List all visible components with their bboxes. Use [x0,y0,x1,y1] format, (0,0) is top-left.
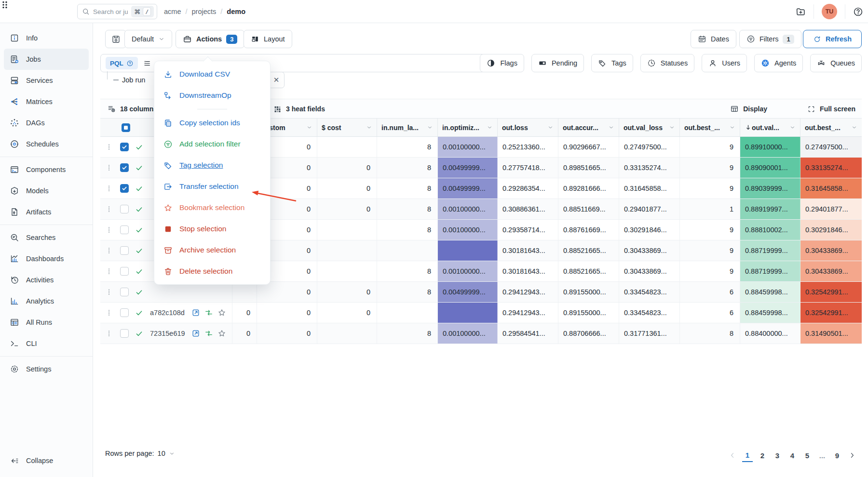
menu-item-bookmark-selection[interactable]: Bookmark selection [154,197,270,218]
page-button-5[interactable]: 5 [802,449,813,462]
select-all-checkbox[interactable] [122,123,130,132]
column-menu-icon[interactable] [487,124,493,131]
menu-item-downstreamop[interactable]: DownstreamOp [154,85,270,106]
sidebar-item-services[interactable]: Services [4,70,89,91]
menu-item-stop-selection[interactable]: Stop selection [154,218,270,239]
actions-button[interactable]: Actions 3 [176,30,244,48]
sidebar-item-dashboards[interactable]: Dashboards [4,248,89,269]
rows-per-page[interactable]: Rows per page: 10 [105,450,175,457]
column-menu-icon[interactable] [547,124,554,131]
sidebar-item-analytics[interactable]: Analytics [4,291,89,312]
drag-handle-icon[interactable] [105,247,113,254]
breadcrumb-org[interactable]: acme [164,8,181,15]
search-input[interactable] [93,8,128,15]
sidebar-item-activities[interactable]: Activities [4,269,89,291]
pql-list-icon[interactable] [143,59,151,67]
fullscreen-button[interactable]: Full screen [807,99,855,119]
column-header-out.val...[interactable]: out.val... [740,119,800,136]
sidebar-item-jobs[interactable]: Jobs [4,49,89,70]
sidebar-item-dags[interactable]: DAGs [4,112,89,133]
filter-chip-tags[interactable]: Tags [591,54,633,72]
refresh-button[interactable]: Refresh [803,30,862,48]
row-checkbox[interactable] [120,225,129,234]
row-checkbox[interactable] [120,288,129,296]
next-page-button[interactable] [847,449,857,462]
column-menu-icon[interactable] [608,124,614,131]
menu-item-archive-selection[interactable]: Archive selection [154,239,270,261]
column-menu-icon[interactable] [789,124,796,131]
filter-chip-users[interactable]: Users [702,54,747,72]
external-link-icon[interactable] [191,329,200,338]
page-button-3[interactable]: 3 [772,449,783,462]
compare-icon[interactable] [204,329,213,338]
help-icon[interactable] [853,7,863,17]
sidebar-item-cli[interactable]: CLI [4,333,89,354]
column-menu-icon[interactable] [366,124,372,131]
save-view-button[interactable] [105,30,126,48]
sidebar-item-components[interactable]: Components [4,159,89,180]
sidebar-item-matrices[interactable]: Matrices [4,91,89,112]
column-header-out.accur...[interactable]: out.accur... [558,119,619,136]
column-header-in.num_la...[interactable]: in.num_la... [377,119,438,136]
column-header-out.best_...[interactable]: out.best_... [680,119,740,136]
layout-button[interactable]: Layout [244,30,292,48]
column-menu-icon[interactable] [306,124,312,131]
page-button-9[interactable]: 9 [832,449,842,462]
display-button[interactable]: Display [730,99,767,119]
menu-item-tag-selection[interactable]: Tag selection [154,155,270,176]
sidebar-item-settings[interactable]: Settings [4,358,89,380]
breadcrumb-projects[interactable]: projects [192,8,217,15]
prev-page-button[interactable] [727,449,738,462]
row-checkbox[interactable] [120,308,129,317]
drag-handle-icon[interactable] [105,309,113,317]
row-checkbox[interactable] [120,246,129,255]
sidebar-item-artifacts[interactable]: Artifacts [4,201,89,223]
filter-chip-agents[interactable]: Agents [754,54,803,72]
column-header-out.val_loss[interactable]: out.val_loss [619,119,680,136]
sidebar-item-searches[interactable]: Searches [4,227,89,248]
sidebar-item-all-runs[interactable]: All Runs [4,312,89,333]
view-select-button[interactable]: Default [124,30,172,48]
column-header-out.best_...[interactable]: out.best_... [800,119,862,136]
column-header-$ cost[interactable]: $ cost [317,119,377,136]
filters-button[interactable]: Filters 1 [739,30,801,48]
star-icon[interactable] [217,308,226,317]
external-link-icon[interactable] [191,308,200,317]
menu-item-delete-selection[interactable]: Delete selection [154,261,270,282]
filter-chip-queues[interactable]: Queues [810,54,862,72]
avatar[interactable]: TU [822,4,837,19]
column-menu-icon[interactable] [427,124,433,131]
drag-handle-icon[interactable] [105,330,113,337]
columns-button[interactable]: 18 columns [107,99,157,119]
remove-filter-button[interactable]: ✕ [268,72,285,88]
folder-plus-icon[interactable] [796,7,806,17]
page-button-2[interactable]: 2 [757,449,768,462]
row-checkbox[interactable] [120,205,129,213]
drag-handle-icon[interactable] [105,185,113,192]
drag-handle-icon[interactable] [105,205,113,213]
compare-icon[interactable] [204,308,213,317]
sidebar-item-models[interactable]: Models [4,180,89,201]
column-header-in.optimiz...[interactable]: in.optimiz... [438,119,498,136]
filter-chip-statuses[interactable]: Statuses [640,54,694,72]
sidebar-item-info[interactable]: Info [4,27,89,49]
column-menu-icon[interactable] [851,124,857,131]
column-menu-icon[interactable] [669,124,675,131]
row-checkbox[interactable] [120,163,129,172]
sidebar-item-schedules[interactable]: Schedules [4,133,89,155]
menu-item-add-selection-filter[interactable]: Add selection filter [154,133,270,155]
drag-handle-icon[interactable] [105,288,113,296]
dates-button[interactable]: Dates [691,30,736,48]
drag-handle-icon[interactable] [105,267,113,275]
page-button-4[interactable]: 4 [787,449,798,462]
heat-fields-button[interactable]: 3 heat fields [273,99,325,119]
sidebar-collapse-button[interactable]: Collapse [4,450,89,471]
column-header-out.loss[interactable]: out.loss [498,119,558,136]
menu-item-download-csv[interactable]: Download CSV [154,64,270,85]
drag-handle-icon[interactable] [105,164,113,172]
menu-item-transfer-selection[interactable]: Transfer selection [154,176,270,197]
row-checkbox[interactable] [120,329,129,338]
row-checkbox[interactable] [120,143,129,151]
menu-item-copy-selection-ids[interactable]: Copy selection ids [154,112,270,133]
filter-chip-pending[interactable]: Pending [531,54,584,72]
